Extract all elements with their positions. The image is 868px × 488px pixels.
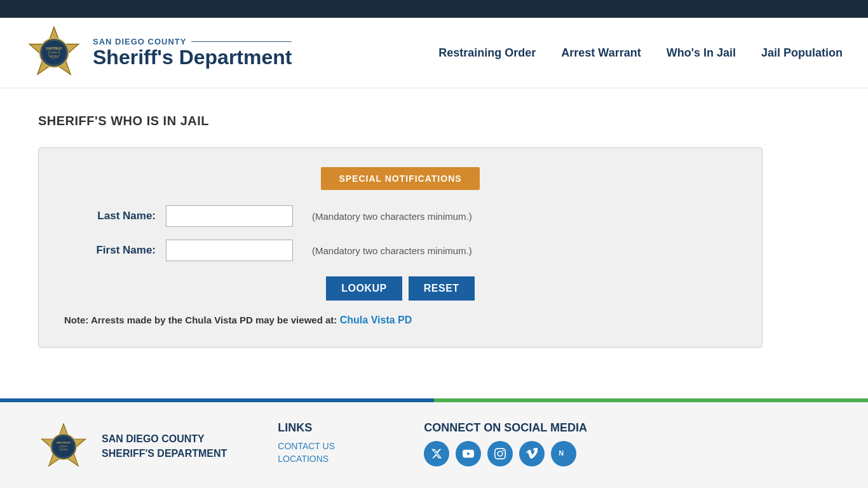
sheriff-badge-logo: SAN DIEGO COUNTY SHERIFF <box>25 24 83 81</box>
nav-arrest-warrant[interactable]: Arrest Warrant <box>561 46 641 60</box>
footer-links-section: LINKS CONTACT US LOCATIONS <box>278 421 373 466</box>
header-county: SAN DIEGO COUNTY <box>93 37 292 46</box>
header-nav: Restraining Order Arrest Warrant Who's I… <box>438 46 843 60</box>
page-title: SHERIFF'S WHO IS IN JAIL <box>38 114 830 128</box>
footer-social-title: CONNECT ON SOCIAL MEDIA <box>424 421 587 435</box>
footer-links-title: LINKS <box>278 421 373 435</box>
nextdoor-icon[interactable]: N <box>551 441 576 466</box>
svg-text:N: N <box>559 449 564 457</box>
nav-whos-in-jail[interactable]: Who's In Jail <box>667 46 736 60</box>
social-icons-row: N <box>424 441 587 466</box>
top-bar <box>0 0 868 18</box>
special-notifications-button[interactable]: SPECIAL NOTIFICATIONS <box>321 167 479 190</box>
footer-social-section: CONNECT ON SOCIAL MEDIA N <box>424 421 587 466</box>
svg-text:COUNTY: COUNTY <box>59 445 68 447</box>
first-name-row: First Name: (Mandatory two characters mi… <box>64 240 736 261</box>
header: SAN DIEGO COUNTY SHERIFF SAN DIEGO COUNT… <box>0 18 868 88</box>
last-name-input[interactable] <box>166 205 293 227</box>
footer-badge-logo: SAN DIEGO COUNTY SHERIFF <box>38 421 89 472</box>
last-name-label: Last Name: <box>64 210 166 222</box>
instagram-icon[interactable] <box>487 441 513 466</box>
btn-row: LOOKUP RESET <box>64 276 736 301</box>
first-name-input[interactable] <box>166 240 293 261</box>
footer-county: SAN DIEGO COUNTY <box>102 432 227 446</box>
svg-text:COUNTY: COUNTY <box>49 51 59 54</box>
footer-title-block: SAN DIEGO COUNTY SHERIFF'S DEPARTMENT <box>102 432 227 461</box>
notif-btn-wrapper: SPECIAL NOTIFICATIONS <box>64 167 736 190</box>
footer: SAN DIEGO COUNTY SHERIFF SAN DIEGO COUNT… <box>0 402 868 489</box>
first-name-hint: (Mandatory two characters minimum.) <box>312 245 472 256</box>
first-name-label: First Name: <box>64 244 166 257</box>
footer-left: SAN DIEGO COUNTY SHERIFF SAN DIEGO COUNT… <box>38 421 227 472</box>
note-text: Note: Arrests made by the Chula Vista PD… <box>64 315 337 325</box>
header-dept: Sheriff's Department <box>93 46 292 69</box>
header-county-line <box>191 41 292 42</box>
twitter-icon[interactable] <box>424 441 449 466</box>
main-content: SHERIFF'S WHO IS IN JAIL SPECIAL NOTIFIC… <box>0 88 868 373</box>
youtube-icon[interactable] <box>456 441 481 466</box>
lookup-button[interactable]: LOOKUP <box>326 276 402 301</box>
last-name-row: Last Name: (Mandatory two characters min… <box>64 205 736 227</box>
chula-vista-link[interactable]: Chula Vista PD <box>340 315 412 325</box>
nav-jail-population[interactable]: Jail Population <box>761 46 843 60</box>
vimeo-icon[interactable] <box>519 441 545 466</box>
note-container: Note: Arrests made by the Chula Vista PD… <box>64 313 736 328</box>
search-container: SPECIAL NOTIFICATIONS Last Name: (Mandat… <box>38 147 763 348</box>
svg-text:SHERIFF: SHERIFF <box>49 55 59 58</box>
reset-button[interactable]: RESET <box>409 276 475 301</box>
header-left: SAN DIEGO COUNTY SHERIFF SAN DIEGO COUNT… <box>25 24 292 81</box>
footer-contact-link[interactable]: CONTACT US <box>278 441 373 451</box>
last-name-hint: (Mandatory two characters minimum.) <box>312 211 472 222</box>
footer-dept: SHERIFF'S DEPARTMENT <box>102 447 227 461</box>
footer-locations-link[interactable]: LOCATIONS <box>278 454 373 464</box>
nav-restraining-order[interactable]: Restraining Order <box>438 46 536 60</box>
header-title-block: SAN DIEGO COUNTY Sheriff's Department <box>93 37 292 69</box>
svg-text:SHERIFF: SHERIFF <box>59 449 68 451</box>
svg-text:SAN DIEGO: SAN DIEGO <box>46 47 62 50</box>
svg-text:SAN DIEGO: SAN DIEGO <box>57 441 71 444</box>
